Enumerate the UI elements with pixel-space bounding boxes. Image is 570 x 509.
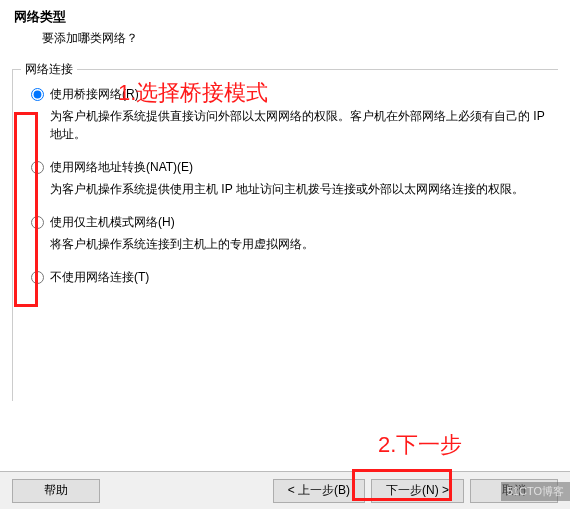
radio-nat-desc: 为客户机操作系统提供使用主机 IP 地址访问主机拨号连接或外部以太网网络连接的权… [50, 180, 548, 198]
radio-hostonly-desc: 将客户机操作系统连接到主机上的专用虚拟网络。 [50, 235, 548, 253]
help-button[interactable]: 帮助 [12, 479, 100, 503]
radio-none[interactable] [31, 271, 44, 284]
radio-none-label: 不使用网络连接(T) [50, 269, 149, 286]
radio-bridged-desc: 为客户机操作系统提供直接访问外部以太网网络的权限。客户机在外部网络上必须有自己的… [50, 107, 548, 143]
option-bridged: 使用桥接网络(R) 为客户机操作系统提供直接访问外部以太网网络的权限。客户机在外… [31, 86, 548, 143]
cancel-button[interactable]: 取消 [470, 479, 558, 503]
radio-hostonly[interactable] [31, 216, 44, 229]
radio-bridged[interactable] [31, 88, 44, 101]
option-none-row[interactable]: 不使用网络连接(T) [31, 269, 548, 286]
button-bar: 帮助 < 上一步(B) 下一步(N) > 取消 [0, 471, 570, 509]
option-bridged-row[interactable]: 使用桥接网络(R) [31, 86, 548, 103]
option-nat: 使用网络地址转换(NAT)(E) 为客户机操作系统提供使用主机 IP 地址访问主… [31, 159, 548, 198]
radio-nat-label: 使用网络地址转换(NAT)(E) [50, 159, 193, 176]
option-nat-row[interactable]: 使用网络地址转换(NAT)(E) [31, 159, 548, 176]
fieldset-legend: 网络连接 [21, 61, 77, 78]
option-hostonly-row[interactable]: 使用仅主机模式网络(H) [31, 214, 548, 231]
next-button[interactable]: 下一步(N) > [371, 479, 464, 503]
radio-bridged-label: 使用桥接网络(R) [50, 86, 139, 103]
page-title: 网络类型 [14, 8, 556, 26]
annotation-step2-text: 2.下一步 [378, 430, 462, 460]
option-hostonly: 使用仅主机模式网络(H) 将客户机操作系统连接到主机上的专用虚拟网络。 [31, 214, 548, 253]
network-connection-fieldset: 网络连接 使用桥接网络(R) 为客户机操作系统提供直接访问外部以太网网络的权限。… [12, 69, 558, 401]
page-subtitle: 要添加哪类网络？ [14, 30, 556, 47]
page-header: 网络类型 要添加哪类网络？ [0, 0, 570, 51]
option-none: 不使用网络连接(T) [31, 269, 548, 286]
radio-hostonly-label: 使用仅主机模式网络(H) [50, 214, 175, 231]
back-button[interactable]: < 上一步(B) [273, 479, 365, 503]
radio-nat[interactable] [31, 161, 44, 174]
